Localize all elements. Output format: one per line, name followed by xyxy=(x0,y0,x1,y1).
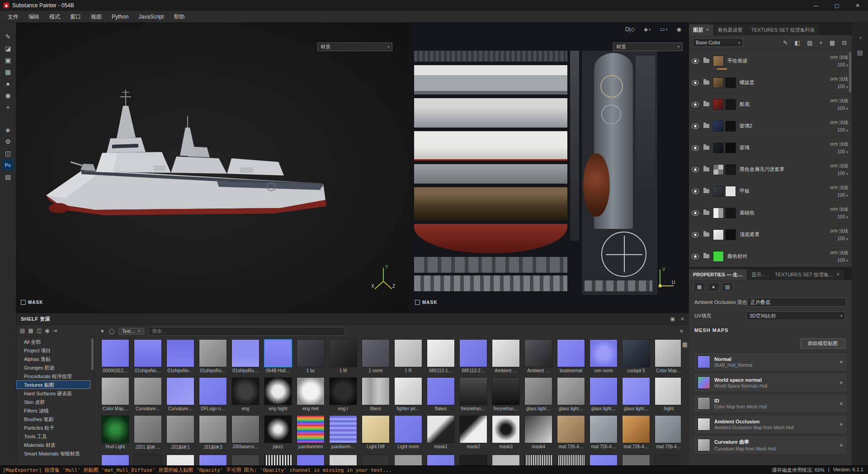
shelf-item[interactable]: mat 726-4… xyxy=(556,415,586,450)
shelf-item[interactable]: mat 726-4… xyxy=(621,415,651,450)
shelf-item[interactable]: Ambient … xyxy=(523,339,554,373)
shelf-item-thumbnail[interactable] xyxy=(459,415,487,443)
shelf-item[interactable]: Color Map… xyxy=(100,377,131,411)
polygon-fill-tool[interactable]: ▦ xyxy=(2,66,14,78)
property-dropdown[interactable]: 3D空间比邻▾ xyxy=(746,311,845,320)
shelf-item[interactable]: eng r xyxy=(328,377,359,411)
layer-row[interactable]: 螺旋桨 orm 法线 100▾ xyxy=(689,72,852,94)
shelf-item-thumbnail[interactable] xyxy=(264,377,292,405)
shelf-item-thumbnail[interactable] xyxy=(329,339,357,367)
shelf-item[interactable]: J35baseco… xyxy=(230,415,261,450)
shelf-item[interactable]: hight xyxy=(653,377,681,411)
layer-opacity[interactable]: 100▾ xyxy=(837,193,848,198)
shelf-item-thumbnail[interactable] xyxy=(622,455,650,466)
viewport-3d[interactable]: 材质 ▾ xyxy=(16,23,409,313)
shelf-item-thumbnail[interactable] xyxy=(492,339,520,367)
shelf-item[interactable] xyxy=(393,455,424,466)
shelf-item[interactable] xyxy=(328,455,359,466)
shelf-item[interactable]: 01shipsRo… xyxy=(198,339,228,373)
shelf-item-thumbnail[interactable] xyxy=(459,339,487,367)
layer-blend-mode[interactable]: orm 法线 xyxy=(830,206,848,213)
shelf-item-thumbnail[interactable] xyxy=(655,377,681,405)
shelf-item[interactable] xyxy=(588,455,619,466)
shelf-item-thumbnail[interactable] xyxy=(231,377,259,405)
shelf-item[interactable]: 01shipsNo… xyxy=(165,339,196,373)
close-button[interactable]: ✕ xyxy=(847,0,868,11)
shelf-item[interactable]: cockpit 5 xyxy=(621,339,651,373)
shelf-item-thumbnail[interactable] xyxy=(557,415,585,443)
shelf-item[interactable]: DFLogo n… xyxy=(198,377,228,411)
filter-toggle-icon[interactable]: ◯ xyxy=(109,328,114,334)
shelf-item-thumbnail[interactable] xyxy=(427,377,455,405)
shelf-item-thumbnail[interactable] xyxy=(134,455,162,466)
shelf-category[interactable]: Skin 皮肤 xyxy=(16,398,90,406)
material-selector-3d[interactable]: 材质 ▾ xyxy=(317,43,392,51)
layer-opacity[interactable]: 100▾ xyxy=(837,62,848,67)
display-settings-tool[interactable]: ⚙ xyxy=(2,136,14,147)
shelf-item[interactable]: mask3 xyxy=(491,415,521,450)
layer-row[interactable]: 甲板 orm 法线 100▾ xyxy=(689,180,852,202)
shelf-item[interactable]: J31副本1 xyxy=(165,415,196,450)
shelf-item[interactable] xyxy=(653,455,681,466)
viewport-2d[interactable]: 材质 ▾ MASK xyxy=(410,23,689,313)
visibility-eye-icon[interactable] xyxy=(692,254,699,259)
shelf-item-thumbnail[interactable] xyxy=(524,455,552,466)
shelf-item[interactable]: glass light… xyxy=(621,377,651,411)
sphere-view-mode-button[interactable]: ● xyxy=(708,282,719,292)
add-levels-effect-icon[interactable]: ▧ xyxy=(806,39,814,47)
layer-thumbnail[interactable] xyxy=(713,77,724,88)
shelf-item[interactable] xyxy=(100,455,131,466)
visibility-eye-icon[interactable] xyxy=(692,189,699,194)
shelf-item[interactable]: 01shipsNo… xyxy=(132,339,163,373)
shelf-item-thumbnail[interactable] xyxy=(297,455,325,466)
shelf-item-thumbnail[interactable] xyxy=(134,415,162,443)
layers-stack-icon[interactable]: ▤ xyxy=(857,49,863,56)
shelf-item-thumbnail[interactable] xyxy=(297,415,325,443)
shelf-item-thumbnail[interactable] xyxy=(166,339,194,367)
layer-blend-mode[interactable]: orm 法线 xyxy=(830,76,848,82)
shelf-item-thumbnail[interactable] xyxy=(199,377,227,405)
shelf-item[interactable]: fresnelran… xyxy=(491,377,521,411)
dock-tab[interactable]: 着色器设置 xyxy=(714,24,747,35)
clear-search-icon[interactable]: ✕ xyxy=(679,328,684,334)
shelf-item[interactable]: fibers xyxy=(360,377,391,411)
visibility-eye-icon[interactable] xyxy=(692,123,699,129)
shelf-item-thumbnail[interactable] xyxy=(264,455,292,466)
shelf-item-thumbnail[interactable] xyxy=(427,339,455,367)
remove-mesh-map-icon[interactable]: ✕ xyxy=(840,360,843,365)
layer-opacity[interactable]: 100▾ xyxy=(837,84,848,89)
shelf-item-thumbnail[interactable] xyxy=(101,455,129,466)
shelf-item-thumbnail[interactable] xyxy=(394,455,422,466)
shelf-item-thumbnail[interactable] xyxy=(655,455,681,466)
layer-blend-mode[interactable]: orm 法线 xyxy=(830,250,848,256)
shelf-item[interactable] xyxy=(295,455,326,466)
shelf-item-thumbnail[interactable] xyxy=(134,377,162,405)
layer-thumbnail[interactable] xyxy=(713,251,724,262)
close-tab-icon[interactable]: ✕ xyxy=(706,28,709,32)
chip-close-icon[interactable]: ✕ xyxy=(138,329,141,333)
layer-row[interactable]: 玻璃2 orm 法线 100▾ xyxy=(689,115,852,137)
category-scrollbar[interactable] xyxy=(91,338,94,370)
shelf-item[interactable]: Light norm xyxy=(393,415,424,450)
layer-mask-thumbnail[interactable] xyxy=(725,186,736,197)
shelf-item-thumbnail[interactable] xyxy=(231,455,259,466)
baking-tool[interactable]: ◫ xyxy=(2,147,14,159)
shelf-item[interactable]: eng hight xyxy=(263,377,293,411)
shelf-item[interactable]: eng met xyxy=(295,377,326,411)
mesh-map-row[interactable]: Curvature 曲率Curvature Map from Mesh Hull… xyxy=(693,436,847,455)
visibility-eye-icon[interactable] xyxy=(692,232,699,237)
shelf-category[interactable]: Grunges 脏迹 xyxy=(16,363,90,372)
shelf-category[interactable]: Textures 贴图 xyxy=(16,380,90,389)
import-resources-icon[interactable]: ⇥ xyxy=(53,327,57,334)
shelf-item[interactable]: 054B Hull… xyxy=(263,339,293,373)
shelf-item-thumbnail[interactable] xyxy=(101,415,129,443)
display-settings-dropdown[interactable]: ▭▾ xyxy=(657,24,670,35)
maximize-button[interactable]: ▢ xyxy=(826,0,847,11)
layer-thumbnail[interactable] xyxy=(713,208,724,218)
shelf-item-thumbnail[interactable] xyxy=(492,455,520,466)
layer-blend-mode[interactable]: orm 法线 xyxy=(830,98,848,104)
shelf-item[interactable]: glass light… xyxy=(556,377,586,411)
shelf-item-thumbnail[interactable] xyxy=(329,377,357,405)
shelf-item-thumbnail[interactable] xyxy=(166,455,194,466)
layer-mask-thumbnail[interactable] xyxy=(725,164,736,175)
